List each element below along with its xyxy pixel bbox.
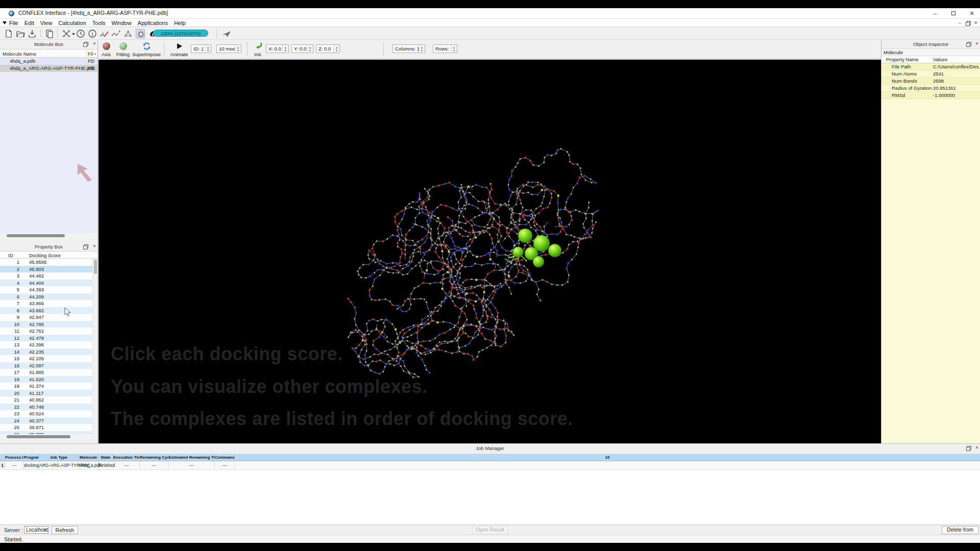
fitting-button[interactable]: Fitting bbox=[114, 41, 132, 57]
float-panel-icon[interactable] bbox=[966, 446, 971, 450]
job-column-remaining-cycle[interactable]: Remaining Cycle bbox=[140, 454, 168, 461]
z-spinner[interactable]: Z: 0.0 bbox=[316, 44, 340, 53]
spinner-buttons[interactable] bbox=[235, 45, 241, 53]
spinner-buttons[interactable] bbox=[282, 45, 288, 53]
docking-score-row[interactable]: 344.482 bbox=[0, 272, 92, 280]
job-column-job-type[interactable]: Job Type bbox=[39, 454, 79, 461]
docking-score-row[interactable]: 942.947 bbox=[0, 314, 92, 321]
docking-score-row[interactable]: 2440.377 bbox=[0, 417, 92, 424]
spinner-buttons[interactable] bbox=[451, 45, 457, 53]
docking-score-row[interactable]: 1042.785 bbox=[0, 321, 92, 328]
job-column-wide[interactable]: 10 bbox=[235, 454, 980, 461]
id-spinner[interactable]: ID: 1 bbox=[191, 44, 211, 53]
menu-item-edit[interactable]: Edit bbox=[21, 20, 37, 26]
spinner-buttons[interactable] bbox=[419, 45, 425, 53]
refresh-button[interactable]: Refresh bbox=[52, 526, 78, 534]
bond-check-icon[interactable] bbox=[100, 29, 109, 38]
docking-score-row[interactable]: 1642.097 bbox=[0, 362, 92, 369]
molecule-box-column-header[interactable]: Molecule Name Fil ▲ bbox=[0, 49, 97, 58]
molecule-network-icon[interactable] bbox=[124, 29, 133, 38]
property-box-column-header[interactable]: ID Docking Score bbox=[0, 251, 97, 259]
docking-score-row[interactable]: 2340.524 bbox=[0, 410, 92, 417]
interval-spinner[interactable]: 10 msec bbox=[216, 44, 241, 53]
float-panel-icon[interactable] bbox=[83, 42, 88, 46]
hydrogen-add-icon[interactable]: H bbox=[111, 29, 120, 38]
column-molecule-name[interactable]: Molecule Name bbox=[3, 51, 36, 57]
maximize-button[interactable] bbox=[947, 9, 960, 17]
spinner-buttons[interactable] bbox=[307, 45, 313, 53]
inspector-row[interactable]: Num Bonds2598 bbox=[881, 78, 980, 85]
docking-score-row[interactable]: 1542.105 bbox=[0, 355, 92, 362]
spinner-buttons[interactable] bbox=[205, 45, 211, 53]
docking-score-row[interactable]: 544.393 bbox=[0, 286, 92, 293]
docking-score-row[interactable]: 2539.871 bbox=[0, 424, 92, 431]
docking-score-row[interactable]: 1841.620 bbox=[0, 376, 92, 383]
inspector-row[interactable]: Radius of Gyration20.851361 bbox=[881, 85, 980, 92]
delete-from-list-button[interactable]: Delete from List bbox=[942, 526, 978, 534]
close-panel-icon[interactable]: × bbox=[92, 244, 97, 249]
column-id[interactable]: ID bbox=[8, 253, 13, 258]
column-docking-score[interactable]: Docking Score bbox=[29, 253, 61, 258]
close-panel-icon[interactable]: × bbox=[974, 445, 979, 450]
chevron-down-icon[interactable] bbox=[72, 33, 75, 35]
run-pointer-icon[interactable] bbox=[223, 29, 232, 38]
number-one-icon[interactable]: 1 bbox=[88, 29, 97, 38]
axis-button[interactable]: Axis bbox=[99, 41, 114, 57]
inspector-row[interactable]: File PathC:/Users/conflex/Des... bbox=[881, 63, 980, 70]
menu-item-applications[interactable]: Applications bbox=[135, 20, 171, 26]
animate-button[interactable]: Animate bbox=[168, 41, 190, 57]
job-table-header[interactable]: Process IDProgramJob TypeMoleculeStateEx… bbox=[0, 454, 980, 461]
columns-spinner[interactable]: Columns: 1 bbox=[393, 44, 425, 53]
docking-score-row[interactable]: 843.662 bbox=[0, 307, 92, 314]
server-select[interactable]: Localhost bbox=[24, 526, 48, 534]
docking-score-row[interactable]: 644.209 bbox=[0, 293, 92, 300]
docking-score-row[interactable]: 444.404 bbox=[0, 280, 92, 287]
docking-score-row[interactable]: 2041.117 bbox=[0, 390, 92, 397]
mdi-restore-button[interactable] bbox=[966, 21, 970, 26]
menu-item-tools[interactable]: Tools bbox=[89, 20, 109, 26]
float-panel-icon[interactable] bbox=[83, 244, 88, 249]
close-panel-icon[interactable]: × bbox=[974, 41, 979, 46]
rows-spinner[interactable]: Rows: 1 bbox=[433, 44, 457, 53]
mdi-close-button[interactable]: ✕ bbox=[974, 20, 978, 26]
molecule-row[interactable]: 4hdq_a_ARG-ARG-ASP-TYR-PHE.pdbPD bbox=[0, 65, 97, 72]
history-clock-icon[interactable] bbox=[76, 29, 85, 38]
column-file[interactable]: Fil bbox=[88, 51, 93, 57]
job-column-molecule[interactable]: Molecule bbox=[79, 454, 99, 461]
job-column-program[interactable]: Program bbox=[24, 454, 39, 461]
mdi-minimize-button[interactable]: – bbox=[959, 20, 961, 26]
menu-item-file[interactable]: File bbox=[6, 20, 21, 26]
menu-item-help[interactable]: Help bbox=[171, 20, 189, 26]
conformation-search-icon[interactable] bbox=[62, 29, 71, 38]
open-result-button[interactable]: Open Result bbox=[472, 526, 508, 534]
docking-score-row[interactable]: 1741.885 bbox=[0, 369, 92, 376]
scrollbar-thumb[interactable] bbox=[7, 234, 65, 237]
minimize-button[interactable]: – bbox=[929, 9, 941, 17]
molecule-optimize-icon[interactable] bbox=[136, 29, 145, 38]
scroll-up-icon[interactable]: ▲ bbox=[93, 52, 96, 55]
molecule-row[interactable]: 4hdq_a.pdbPD bbox=[0, 58, 97, 65]
docking-score-row[interactable]: 743.866 bbox=[0, 300, 92, 307]
docking-score-row[interactable]: 245.803 bbox=[0, 266, 92, 273]
inspector-row[interactable]: RMSd-1.000000 bbox=[881, 92, 980, 99]
docking-score-row[interactable]: 145.9595 bbox=[0, 259, 92, 266]
job-table-row[interactable]: 1---dockingARG-ARG-ASP-TYR-PHE4hdq_a.pdb… bbox=[0, 461, 980, 470]
job-column-process-id[interactable]: Process ID bbox=[5, 454, 24, 461]
save-file-icon[interactable] bbox=[28, 29, 37, 38]
menu-item-window[interactable]: Window bbox=[108, 20, 134, 26]
copy-icon[interactable] bbox=[45, 29, 54, 38]
property-box-hscrollbar[interactable] bbox=[0, 434, 97, 439]
job-column-execution-time[interactable]: Execution Time bbox=[113, 454, 140, 461]
y-spinner[interactable]: Y: 0.0 bbox=[291, 44, 313, 53]
docking-score-row[interactable]: 2240.748 bbox=[0, 404, 92, 411]
job-column-state[interactable]: State bbox=[99, 454, 113, 461]
docking-score-row[interactable]: 1342.396 bbox=[0, 341, 92, 348]
close-panel-icon[interactable]: × bbox=[92, 41, 97, 46]
docking-score-row[interactable]: 1242.478 bbox=[0, 335, 92, 342]
x-spinner[interactable]: X: 0.0 bbox=[266, 44, 289, 53]
scrollbar-thumb[interactable] bbox=[94, 260, 97, 274]
docking-score-row[interactable]: 1442.235 bbox=[0, 348, 92, 356]
job-column-command[interactable]: Command bbox=[215, 454, 235, 461]
viewport-3d[interactable]: Click each docking score.You can visuali… bbox=[99, 60, 881, 443]
docking-score-row[interactable]: 1142.761 bbox=[0, 328, 92, 335]
